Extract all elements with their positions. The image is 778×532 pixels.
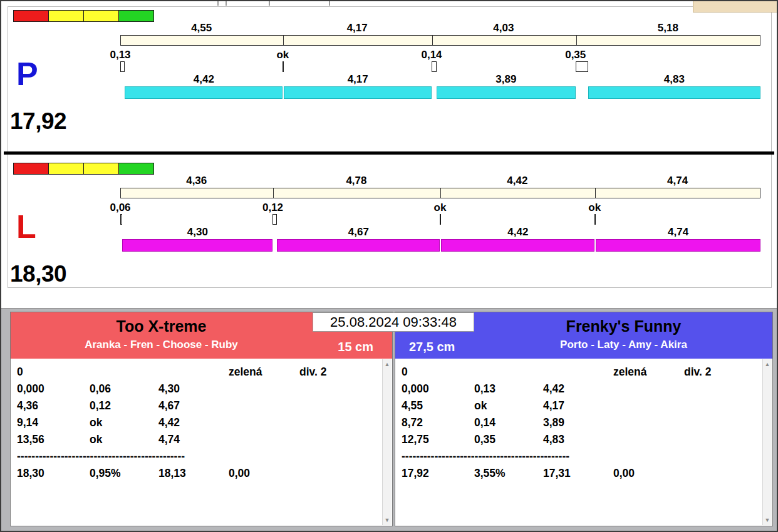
cell: 0,000	[402, 381, 474, 397]
run-bar-segment	[125, 86, 283, 99]
run-time: 4,67	[348, 227, 369, 238]
scroll-down-icon[interactable]: ▼	[763, 516, 772, 524]
run-bar-segment	[437, 86, 576, 99]
run-bar-segment	[596, 239, 760, 252]
split-time: 4,17	[347, 23, 368, 34]
cell	[299, 381, 392, 397]
run-row: 4,360,124,67	[17, 397, 392, 414]
results-area: Too X-treme Aranka - Fren - Choose - Rub…	[1, 308, 777, 531]
cell: 8,72	[402, 414, 474, 431]
info-row: 0zelenádiv. 2	[402, 364, 772, 381]
run-bar-segment	[122, 239, 272, 252]
info-row: 0zelenádiv. 2	[17, 364, 392, 381]
split-divider	[432, 36, 433, 45]
lane-letter: P	[16, 58, 38, 90]
cell: 0,13	[474, 381, 543, 397]
cell	[684, 397, 772, 414]
cell	[90, 364, 158, 381]
cell: zelená	[613, 364, 684, 381]
status-light	[83, 10, 119, 22]
lane-divider	[4, 151, 774, 155]
scroll-up-icon[interactable]: ▲	[383, 360, 392, 369]
cell	[684, 431, 772, 448]
scroll-up-icon[interactable]: ▲	[763, 360, 772, 369]
datetime-display: 25.08.2024 09:33:48	[313, 312, 474, 332]
scrollbar[interactable]: ▲ ▼	[762, 359, 772, 525]
team-name: Too X-treme	[11, 312, 312, 335]
change-time: 0,12	[262, 202, 283, 213]
cell: 0,95%	[90, 465, 158, 482]
background-windows-strip	[1, 1, 777, 6]
status-light	[48, 10, 84, 22]
run-bar-segment	[588, 86, 760, 99]
jump-height: 27,5 cm	[409, 340, 455, 354]
cell	[684, 414, 772, 431]
split-time: 4,03	[493, 23, 514, 34]
split-time: 4,78	[346, 175, 366, 187]
cell: ok	[474, 397, 543, 414]
run-row: 13,56ok4,74	[17, 431, 392, 448]
status-light	[118, 163, 154, 175]
cell: 3,55%	[474, 465, 543, 482]
cell: 4,67	[158, 397, 229, 414]
split-divider	[273, 188, 274, 198]
cell	[613, 397, 684, 414]
status-lights	[14, 10, 154, 22]
lane-letter: L	[16, 210, 36, 243]
status-light	[13, 163, 49, 175]
results-body: 0zelenádiv. 20,0000,064,304,360,124,679,…	[11, 359, 392, 526]
split-divider	[576, 36, 577, 45]
cell: 4,42	[158, 414, 229, 431]
split-divider	[283, 36, 284, 45]
split-time: 4,36	[186, 175, 207, 187]
cell	[229, 431, 299, 448]
cell: 0,00	[229, 465, 299, 482]
lane-L: L 18,30 4,364,784,424,740,060,12okok4,30…	[1, 159, 778, 304]
lane-total-time: 17,92	[10, 109, 66, 135]
split-divider	[440, 188, 441, 198]
cell: 18,13	[158, 465, 229, 482]
cell: 0,00	[613, 465, 684, 482]
cell: 4,74	[158, 431, 229, 448]
run-bar-segment	[441, 239, 594, 252]
change-time: 0,13	[110, 49, 130, 61]
team-panel-left: Too X-treme Aranka - Fren - Choose - Rub…	[10, 312, 393, 526]
run-row: 12,750,354,83	[402, 431, 772, 448]
window-fragment	[329, 1, 330, 6]
cell: ok	[90, 431, 158, 448]
team-panel-right: Frenky's Funny Porto - Laty - Amy - Akir…	[395, 312, 773, 526]
lane-P: P 17,92 4,554,174,035,180,13ok0,140,354,…	[1, 6, 778, 151]
status-light	[48, 163, 84, 175]
run-time: 4,42	[507, 227, 528, 238]
cell: 4,42	[543, 381, 613, 397]
totals-row: 18,300,95%18,130,00	[17, 465, 392, 482]
lane-total-time: 18,30	[10, 262, 66, 287]
change-time: ok	[588, 202, 601, 213]
change-marker	[440, 214, 441, 225]
window-fragment	[226, 1, 227, 6]
cell: 18,30	[17, 465, 90, 482]
results-table: 0zelenádiv. 20,0000,134,424,55ok4,178,72…	[395, 359, 772, 482]
split-time: 4,74	[667, 175, 688, 187]
run-time: 3,89	[495, 74, 516, 85]
cell	[613, 381, 684, 397]
cell	[299, 431, 392, 448]
jump-height: 15 cm	[338, 340, 373, 354]
cell: 0,12	[90, 397, 158, 414]
cell: div. 2	[684, 364, 772, 381]
cell	[229, 414, 299, 431]
cell	[158, 364, 229, 381]
status-light	[13, 10, 49, 22]
run-row: 4,55ok4,17	[402, 397, 772, 414]
scroll-down-icon[interactable]: ▼	[383, 516, 392, 524]
split-time: 4,42	[507, 175, 527, 187]
cell	[613, 414, 684, 431]
run-row: 0,0000,064,30	[17, 381, 392, 397]
run-time: 4,17	[348, 74, 368, 85]
cell: 4,17	[543, 397, 613, 414]
cell	[613, 431, 684, 448]
window-fragment	[269, 1, 270, 6]
cell	[543, 364, 613, 381]
change-marker	[272, 214, 277, 225]
scrollbar[interactable]: ▲ ▼	[382, 359, 392, 525]
